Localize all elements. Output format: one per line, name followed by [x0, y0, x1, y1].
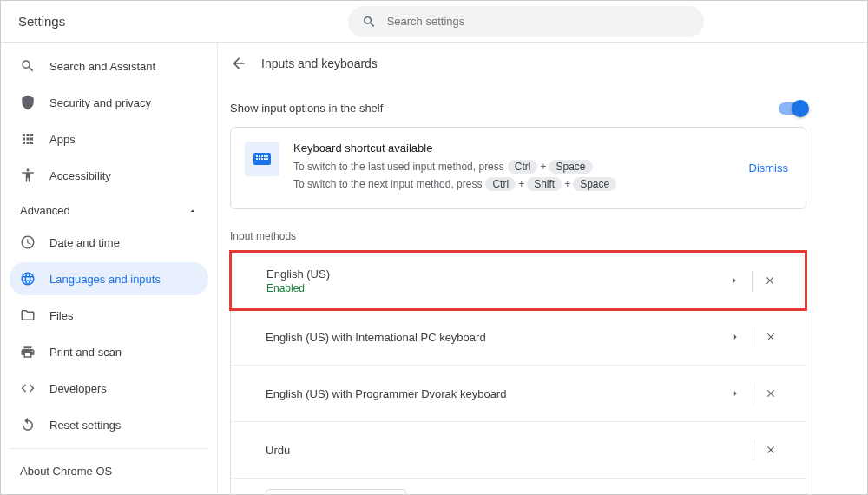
sidebar-item-label: Security and privacy [49, 96, 151, 109]
plus-icon: + [518, 178, 524, 190]
card-line-1: To switch to the last used input method,… [293, 160, 732, 174]
card-line-2: To switch to the next input method, pres… [293, 177, 732, 191]
key-chip: Ctrl [508, 160, 538, 174]
expand-button[interactable] [718, 378, 753, 409]
input-method-item[interactable]: English (US) Enabled [229, 250, 807, 311]
input-actions [718, 321, 788, 353]
globe-icon [20, 271, 36, 287]
sidebar-section-label: Advanced [20, 204, 70, 217]
accessibility-icon [20, 168, 36, 183]
header: Settings [1, 1, 867, 43]
search-box[interactable] [348, 6, 704, 37]
sidebar-item-label: Developers [49, 382, 107, 395]
page-title: Inputs and keyboards [261, 56, 378, 70]
page-header: Inputs and keyboards [230, 55, 806, 72]
remove-button[interactable] [753, 378, 788, 409]
keyboard-shortcut-card: Keyboard shortcut available To switch to… [230, 127, 806, 209]
card-icon-wrap [245, 142, 279, 176]
card-line-text: To switch to the last used input method,… [293, 161, 504, 173]
sidebar-item-label: Languages and inputs [49, 273, 161, 286]
remove-button[interactable] [753, 321, 788, 353]
sidebar-divider [10, 448, 208, 449]
chevron-up-icon [187, 206, 198, 216]
input-methods-list: English (US) Enabled English (US) with I… [230, 251, 806, 494]
sidebar-item-label: Reset settings [49, 419, 121, 432]
sidebar-item-files[interactable]: Files [10, 299, 208, 332]
key-chip: Space [549, 160, 592, 174]
sidebar-item-search-assistant[interactable]: Search and Assistant [10, 50, 208, 82]
sidebar-item-label: About Chrome OS [20, 465, 112, 478]
sidebar-item-developers[interactable]: Developers [10, 372, 208, 405]
search-icon [362, 14, 377, 30]
plus-icon: + [540, 161, 546, 173]
chevron-right-icon [729, 387, 741, 399]
close-icon [765, 331, 777, 343]
remove-button[interactable] [753, 434, 788, 465]
key-chip: Space [573, 177, 616, 191]
sidebar-section-advanced[interactable]: Advanced [10, 195, 208, 226]
input-method-item[interactable]: Urdu [231, 422, 806, 478]
setting-label: Show input options in the shelf [230, 102, 383, 115]
sidebar-item-label: Accessibility [49, 169, 111, 182]
apps-icon [20, 131, 36, 147]
sidebar-item-languages[interactable]: Languages and inputs [10, 262, 208, 295]
dismiss-button[interactable]: Dismiss [746, 158, 792, 178]
sidebar-item-label: Search and Assistant [49, 60, 155, 73]
expand-button[interactable] [718, 321, 753, 353]
sidebar-item-label: Apps [49, 133, 76, 146]
print-icon [20, 344, 36, 360]
close-icon [764, 274, 776, 287]
add-methods-row: Add input methods [231, 478, 806, 494]
add-input-methods-button[interactable]: Add input methods [266, 489, 406, 494]
key-chip: Shift [527, 177, 562, 191]
chevron-right-icon [728, 274, 740, 287]
card-title: Keyboard shortcut available [293, 142, 732, 155]
expand-button[interactable] [717, 265, 752, 296]
input-actions [717, 265, 787, 296]
sidebar: Search and Assistant Security and privac… [1, 43, 218, 494]
shield-icon [20, 95, 36, 110]
input-actions [718, 378, 788, 409]
sidebar-item-label: Files [49, 309, 73, 322]
main: Inputs and keyboards Show input options … [218, 43, 867, 494]
input-method-item[interactable]: English (US) with Programmer Dvorak keyb… [231, 366, 806, 422]
folder-icon [20, 307, 36, 323]
input-method-name: English (US) with Programmer Dvorak keyb… [266, 387, 506, 400]
card-line-text: To switch to the next input method, pres… [293, 178, 482, 190]
search-input[interactable] [387, 15, 690, 28]
clock-icon [20, 234, 36, 250]
key-chip: Ctrl [485, 177, 516, 191]
setting-row-input-options: Show input options in the shelf [230, 89, 806, 127]
plus-icon: + [564, 178, 570, 190]
card-body: Keyboard shortcut available To switch to… [293, 142, 732, 195]
input-method-status: Enabled [266, 282, 330, 294]
remove-button[interactable] [753, 265, 787, 296]
keyboard-icon [252, 148, 273, 169]
sidebar-item-print[interactable]: Print and scan [10, 335, 208, 368]
close-icon [765, 444, 777, 456]
sidebar-item-accessibility[interactable]: Accessibility [10, 159, 208, 192]
input-method-item[interactable]: English (US) with International PC keybo… [231, 309, 806, 366]
input-actions [753, 434, 788, 465]
header-title: Settings [18, 14, 348, 29]
input-method-name: English (US) with International PC keybo… [266, 331, 486, 344]
input-method-name: English (US) [266, 267, 330, 280]
back-arrow-icon[interactable] [230, 55, 247, 72]
sidebar-item-security[interactable]: Security and privacy [10, 86, 208, 119]
section-title-input-methods: Input methods [230, 230, 806, 242]
reset-icon [20, 417, 36, 432]
sidebar-item-label: Date and time [49, 236, 120, 249]
sidebar-item-label: Print and scan [49, 346, 122, 359]
toggle-input-options[interactable] [779, 102, 806, 115]
sidebar-item-apps[interactable]: Apps [10, 122, 208, 155]
code-icon [20, 380, 36, 396]
sidebar-item-reset[interactable]: Reset settings [10, 408, 208, 441]
close-icon [765, 387, 777, 399]
sidebar-item-date-time[interactable]: Date and time [10, 226, 208, 259]
input-method-name: Urdu [266, 444, 290, 457]
magnify-icon [20, 58, 36, 74]
sidebar-item-about[interactable]: About Chrome OS [10, 456, 208, 486]
chevron-right-icon [729, 331, 741, 343]
